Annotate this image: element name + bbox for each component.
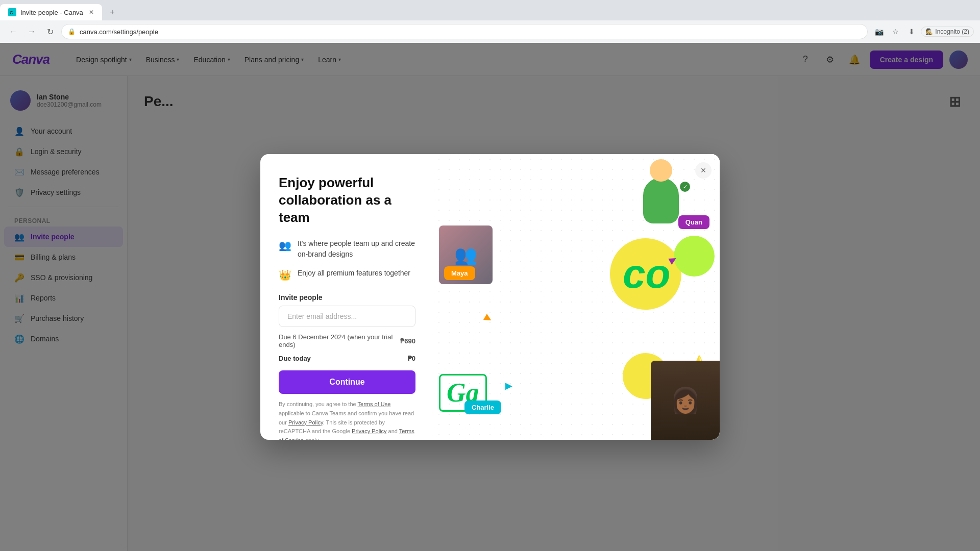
privacy-policy-link[interactable]: Privacy Policy <box>288 419 323 425</box>
incognito-label: Incognito (2) <box>935 28 969 35</box>
camera-icon[interactable]: 📷 <box>872 24 886 39</box>
invite-email-input[interactable] <box>279 306 415 327</box>
pricing-trial-label: Due 6 December 2024 (when your trial end… <box>279 333 400 348</box>
pricing-trial-amount: ₱690 <box>400 337 415 345</box>
terms-text: By continuing, you agree to the Terms of… <box>279 400 415 440</box>
modal-close-button[interactable]: × <box>695 162 712 179</box>
maya-tag: Maya <box>444 266 475 280</box>
invite-label: Invite people <box>279 293 415 302</box>
terms-of-use-link[interactable]: Terms of Use <box>358 401 391 407</box>
pricing-today-amount: ₱0 <box>408 355 415 362</box>
modal-left: Enjoy powerful collaboration as a team 👥… <box>260 154 434 440</box>
continue-button[interactable]: Continue <box>279 370 415 394</box>
incognito-badge: 🕵 Incognito (2) <box>921 27 974 37</box>
address-text: canva.com/settings/people <box>80 28 861 36</box>
forward-button[interactable]: → <box>24 24 39 39</box>
address-bar[interactable]: 🔒 canva.com/settings/people <box>61 24 868 39</box>
svg-text:C: C <box>10 10 13 15</box>
pricing-today-label: Due today <box>279 355 311 362</box>
modal-feature-text-1: It's where people team up and create on-… <box>298 238 415 260</box>
modal-title: Enjoy powerful collaboration as a team <box>279 174 415 226</box>
tab-close-button[interactable]: ✕ <box>89 9 94 16</box>
charlie-tag: Charlie <box>464 400 501 414</box>
tab-title: Invite people - Canva <box>20 9 83 16</box>
download-icon[interactable]: ⬇ <box>904 24 919 39</box>
illustration-container: ✓ 👥 Maya ▶ co Quan ▶ <box>434 154 720 440</box>
pricing-today-row: Due today ₱0 <box>279 355 415 362</box>
co-logo: co <box>610 238 681 310</box>
pricing-trial-row: Due 6 December 2024 (when your trial end… <box>279 333 415 348</box>
tab-favicon: C <box>8 8 16 16</box>
active-tab[interactable]: C Invite people - Canva ✕ <box>0 4 102 20</box>
team-icon: 👥 <box>279 239 291 252</box>
profile-photo: 👩🏾 <box>651 361 720 440</box>
google-privacy-link[interactable]: Privacy Policy <box>352 428 386 434</box>
crown-icon: 👑 <box>279 269 291 281</box>
back-button[interactable]: ← <box>6 24 20 39</box>
modal-dialog: × Enjoy powerful collaboration as a team… <box>260 154 720 440</box>
modal-overlay[interactable]: × Enjoy powerful collaboration as a team… <box>0 43 980 551</box>
green-circle <box>674 236 715 277</box>
toolbar-icons: 📷 ☆ ⬇ 🕵 Incognito (2) <box>872 24 974 39</box>
browser-toolbar: ← → ↻ 🔒 canva.com/settings/people 📷 ☆ ⬇ … <box>0 20 980 43</box>
star-icon[interactable]: ☆ <box>888 24 902 39</box>
modal-feature-text-2: Enjoy all premium features together <box>298 268 410 279</box>
modal-feature-1: 👥 It's where people team up and create o… <box>279 238 415 260</box>
svg-text:co: co <box>623 251 670 296</box>
browser-chrome: C Invite people - Canva ✕ + ← → ↻ 🔒 canv… <box>0 0 980 43</box>
terms-of-service-link[interactable]: Terms of Service <box>279 428 414 440</box>
quan-tag: Quan <box>678 215 709 229</box>
charlie-arrow-icon: ▶ <box>505 380 512 391</box>
refresh-button[interactable]: ↻ <box>43 24 57 39</box>
modal-illustration: ✓ 👥 Maya ▶ co Quan ▶ <box>434 154 720 440</box>
browser-tabs: C Invite people - Canva ✕ + <box>0 0 980 20</box>
modal-feature-2: 👑 Enjoy all premium features together <box>279 268 415 281</box>
new-tab-button[interactable]: + <box>104 4 120 20</box>
